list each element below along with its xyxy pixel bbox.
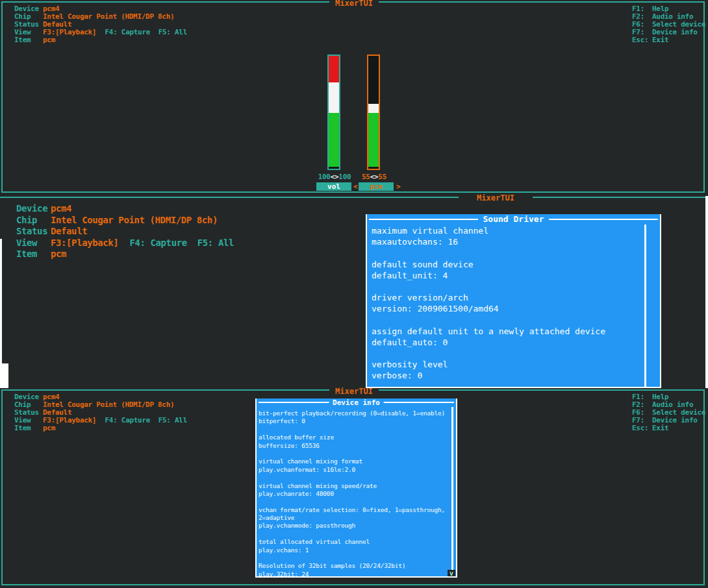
status-value: Default: [51, 226, 87, 236]
device-info-dialog: Device info bit-perfect playback/recordi…: [255, 398, 457, 578]
device-value: pcm4: [51, 203, 71, 214]
sound-driver-dialog-titlebar: Sound Driver: [367, 214, 660, 225]
dialog-text-line: Resolution of 32bit samples (20/24/32bit…: [259, 562, 451, 570]
view-other-tabs[interactable]: F4: Capture F5: All: [101, 416, 187, 424]
dialog-text-line: driver version/arch: [372, 292, 643, 303]
header-row-view: ViewF3:[Playback] F4: Capture F5: All: [14, 29, 187, 36]
window-title: MixerTUI: [329, 387, 379, 397]
header-row-chip: ChipIntel Cougar Point (HDMI/DP 8ch): [14, 13, 187, 21]
hotkey-help-list: F1:HelpF2:Audio infoF6:Select deviceF7:D…: [632, 5, 705, 44]
pcm-meter[interactable]: [367, 55, 380, 170]
dialog-text-line: [259, 450, 451, 458]
prev-item-arrow[interactable]: <: [353, 182, 358, 191]
panel-bottom-mixer-window: MixerTUI Devicepcm4 ChipIntel Cougar Poi…: [0, 388, 708, 588]
dialog-text-line: bitperfect: 0: [259, 417, 451, 425]
dialog-text-line: [372, 315, 643, 326]
dialog-text-line: [259, 474, 451, 482]
vol-meter[interactable]: [327, 55, 340, 170]
dialog-scrollbar[interactable]: [644, 225, 646, 387]
device-info-dialog-title: Device info: [329, 398, 384, 407]
dialog-text-line: play.32bit: 24: [259, 570, 451, 578]
dialog-text-line: play.vchanmode: passthrough: [259, 522, 451, 530]
dialog-text-line: play.vchanrate: 48000: [259, 490, 451, 498]
vol-value-separator: <>: [331, 173, 339, 181]
window-edge-artifact-left-corner: [0, 363, 8, 388]
header-row-status: StatusDefault: [16, 226, 234, 238]
dialog-text-line: total allocated virtual channel: [259, 538, 451, 546]
window-title: MixerTUI: [329, 0, 379, 8]
view-label: View: [16, 238, 51, 249]
dialog-text-line: version: 2009061500/amd64: [372, 303, 643, 314]
vol-button[interactable]: vol: [316, 182, 351, 191]
item-value: pcm: [51, 249, 66, 259]
panel-top-mixer-window: MixerTUI Devicepcm4 ChipIntel Cougar Poi…: [0, 0, 708, 195]
status-label: Status: [16, 226, 51, 238]
dialog-text-line: default_unit: 4: [372, 270, 643, 281]
mixertui-screen: MixerTUI Devicepcm4 ChipIntel Cougar Poi…: [0, 0, 708, 588]
panel-middle-mixer-window: MixerTUI Devicepcm4 ChipIntel Cougar Poi…: [0, 195, 708, 388]
dialog-text-line: default_auto: 0: [372, 337, 643, 348]
item-label: Item: [14, 424, 43, 432]
dialog-text-line: [259, 554, 451, 562]
hotkey-row: Esc:Exit: [632, 36, 705, 44]
header-row-view: ViewF3:[Playback] F4: Capture F5: All: [16, 238, 234, 249]
dialog-text-line: bit-perfect playback/recording (0=disabl…: [259, 410, 451, 417]
pcm-meter-level-fill: [368, 113, 379, 167]
dialog-text-line: maximum virtual channel: [372, 225, 643, 236]
device-info-dialog-body: bit-perfect playback/recording (0=disabl…: [257, 407, 456, 578]
device-header: Devicepcm4 ChipIntel Cougar Point (HDMI/…: [14, 393, 187, 432]
dialog-text-line: [259, 498, 451, 506]
view-other-tabs[interactable]: F4: Capture F5: All: [124, 238, 234, 248]
window-title: MixerTUI: [459, 193, 533, 203]
item-value: pcm: [43, 424, 55, 432]
header-row-item: Itempcm: [14, 36, 187, 44]
header-row-chip: ChipIntel Cougar Point (HDMI/DP 8ch): [14, 401, 187, 409]
dialog-scrollbar[interactable]: [451, 407, 453, 575]
device-header: Devicepcm4 ChipIntel Cougar Point (HDMI/…: [16, 203, 234, 260]
pcm-meter-empty-zone: [368, 56, 379, 104]
vol-channel-values: 100<>100: [316, 173, 353, 181]
vol-left-value: 100: [318, 173, 331, 181]
view-other-tabs[interactable]: F4: Capture F5: All: [101, 28, 187, 36]
header-row-item: Itempcm: [16, 249, 234, 260]
pcm-channel-values: 55<>55: [360, 173, 388, 181]
device-info-dialog-titlebar: Device info: [257, 398, 456, 407]
item-label: Item: [16, 249, 51, 260]
view-playback-tab[interactable]: F3:[Playback]: [51, 238, 118, 248]
dialog-text-line: [372, 281, 643, 292]
window-top-border: [0, 197, 708, 198]
next-item-arrow[interactable]: >: [396, 182, 401, 191]
pcm-button[interactable]: pcm: [359, 182, 394, 191]
dialog-text-line: allocated buffer size: [259, 434, 451, 441]
device-header: Devicepcm4 ChipIntel Cougar Point (HDMI/…: [14, 5, 187, 44]
hotkey-label: Exit: [652, 424, 668, 432]
pcm-value-separator: <>: [370, 173, 379, 181]
item-value: pcm: [43, 36, 55, 44]
item-label: Item: [14, 36, 43, 44]
device-label: Device: [16, 203, 51, 215]
vol-meter-white-zone: [329, 82, 339, 113]
dialog-text-line: virtual channel mixing speed/rate: [259, 482, 451, 490]
hotkey-key: Esc:: [632, 424, 652, 432]
hotkey-label: Exit: [652, 36, 668, 44]
pcm-left-value: 55: [362, 173, 370, 181]
dialog-text-line: maxautovchans: 16: [372, 236, 643, 247]
dialog-text-line: assign default unit to a newly attached …: [372, 326, 643, 337]
window-edge-artifact-right: [705, 196, 708, 388]
sound-driver-dialog-title: Sound Driver: [478, 214, 550, 225]
sound-driver-dialog-body: maximum virtual channelmaxautovchans: 16…: [367, 225, 660, 382]
chip-value: Intel Cougar Point (HDMI/DP 8ch): [51, 215, 218, 225]
dialog-text-line: [372, 348, 643, 359]
header-row-view: ViewF3:[Playback] F4: Capture F5: All: [14, 417, 187, 424]
dialog-text-line: buffersize: 65536: [259, 442, 451, 450]
dialog-text-line: play.vchans: 1: [259, 546, 451, 554]
pcm-right-value: 55: [378, 173, 386, 181]
header-row-device: Devicepcm4: [16, 203, 234, 215]
chip-label: Chip: [16, 215, 51, 227]
scroll-down-indicator[interactable]: v: [448, 570, 455, 578]
hotkey-help-list: F1:HelpF2:Audio infoF6:Select deviceF7:D…: [632, 393, 705, 432]
dialog-text-line: verbose: 0: [372, 370, 643, 381]
hotkey-key: Esc:: [632, 36, 652, 44]
dialog-text-line: play.vchanformat: s16le:2.0: [259, 466, 451, 474]
header-row-item: Itempcm: [14, 424, 187, 432]
